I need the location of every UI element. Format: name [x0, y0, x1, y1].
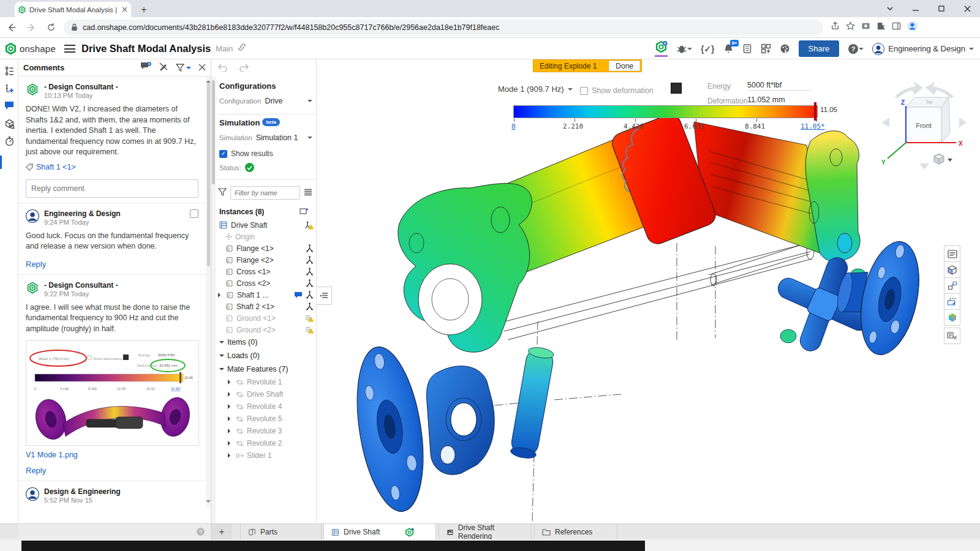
forward-button[interactable]	[23, 20, 39, 36]
colorbar-max-tick[interactable]: 11.05*	[801, 122, 825, 130]
stopwatch-icon[interactable]	[2, 134, 16, 148]
comment-tag-link[interactable]: Shaft 1 <1>	[26, 163, 76, 171]
mode-selector[interactable]: Mode 1 (909.7 Hz)	[498, 84, 573, 94]
doc-tab-drive-shaft[interactable]: Drive Shaft	[323, 524, 436, 540]
display-list-icon[interactable]	[944, 246, 960, 262]
view-cube-menu[interactable]	[934, 154, 952, 164]
section-mate-features[interactable]: Mate Features (7)	[217, 362, 316, 376]
doc-tab-rendering[interactable]: Drive Shaft Rendering	[439, 524, 532, 540]
doc-tab-references[interactable]: References	[534, 524, 617, 540]
mate-row[interactable]: Drive Shaft	[217, 388, 316, 400]
share-link-icon[interactable]	[238, 43, 246, 54]
show-deformation-control[interactable]: Show deformation	[580, 86, 654, 95]
explode-icon[interactable]	[944, 277, 960, 294]
done-button[interactable]: Done	[609, 61, 640, 71]
insert-instance-icon[interactable]	[300, 207, 309, 217]
add-tab-button[interactable]: +	[211, 524, 232, 540]
deformation-value[interactable]: 11.052 mm	[747, 96, 811, 105]
document-menu-icon[interactable]	[64, 45, 75, 53]
mate-row[interactable]: Revolute 2	[217, 437, 316, 449]
tab-help-icon[interactable]: ?	[197, 528, 205, 536]
tree-row-part[interactable]: Shaft 2 <1>	[217, 301, 316, 312]
filter-icon[interactable]	[176, 64, 191, 72]
tab-search-icon[interactable]	[877, 0, 903, 17]
comment-attachment-image[interactable]: Mode 1 (782.5 Hz) Show deformation Energ…	[26, 340, 199, 446]
exploded-cylinder[interactable]	[509, 346, 555, 460]
braces-check-icon[interactable]: {✓}	[701, 44, 715, 54]
reply-link[interactable]: Reply	[26, 260, 46, 269]
share-page-icon[interactable]	[831, 21, 840, 33]
expand-chevron[interactable]	[218, 293, 223, 298]
color-swatch[interactable]	[671, 83, 682, 94]
mate-row[interactable]: Slider 1	[217, 449, 316, 462]
tree-row-suppressed[interactable]: Ground <2>	[217, 324, 316, 335]
omnibox[interactable]: cad.onshape.com/documents/43b281b6e8183d…	[64, 20, 823, 36]
analysis-cube-icon[interactable]	[2, 117, 16, 130]
appearance-icon[interactable]	[944, 309, 960, 326]
configuration-caret[interactable]	[307, 100, 312, 105]
clipboard-icon[interactable]	[742, 43, 752, 54]
named-views-icon[interactable]: ϰ)	[944, 328, 960, 344]
section-items[interactable]: Items (0)	[217, 335, 316, 349]
simulation-app-icon[interactable]	[655, 40, 668, 57]
tree-row-part-expandable[interactable]: Shaft 1 ...	[217, 289, 316, 301]
bookmark-star-icon[interactable]	[846, 21, 855, 33]
exploded-flange-1[interactable]	[347, 342, 433, 516]
tree-row-part[interactable]: Flange <1>	[217, 242, 316, 254]
mate-row[interactable]: Revolute 4	[217, 400, 316, 413]
isometric-cube-icon[interactable]	[944, 261, 960, 278]
mate-row[interactable]: Revolute 1	[217, 376, 316, 388]
tree-row-origin[interactable]: Origin	[217, 231, 316, 242]
insert-icon[interactable]	[2, 81, 16, 95]
tree-row-part[interactable]: Cross <1>	[217, 266, 316, 277]
show-deformation-checkbox[interactable]	[580, 87, 588, 95]
add-comment-icon[interactable]	[140, 62, 151, 73]
section-loads[interactable]: Loads (0)	[217, 349, 316, 362]
new-tab-button[interactable]: +	[136, 4, 152, 16]
colorbar-min-tick[interactable]: 0	[511, 122, 516, 130]
browser-tab[interactable]: Drive Shaft Modal Analysis | Driv	[15, 2, 131, 17]
browser-avatar[interactable]	[907, 21, 918, 34]
bell-icon[interactable]: 9+	[723, 43, 734, 54]
reply-input[interactable]	[26, 179, 198, 198]
tree-row-part[interactable]: Cross <2>	[217, 277, 316, 289]
filter-input[interactable]	[230, 186, 300, 200]
panel-scrollbar[interactable]	[211, 77, 216, 523]
tab-search-bar[interactable]: ?	[18, 524, 211, 540]
back-button[interactable]	[4, 20, 20, 36]
bug-icon[interactable]	[676, 44, 692, 54]
extensions-puzzle-icon[interactable]	[876, 21, 886, 33]
mate-row[interactable]: Revolute 3	[217, 425, 316, 437]
section-view-icon[interactable]	[944, 293, 960, 310]
help-icon[interactable]: ?	[848, 43, 864, 54]
share-button[interactable]: Share	[799, 40, 840, 57]
tree-row-part[interactable]: Flange <2>	[217, 254, 316, 266]
grid-plus-icon[interactable]	[761, 43, 771, 54]
list-view-icon[interactable]	[304, 189, 312, 198]
redo-icon[interactable]	[239, 63, 249, 73]
view-cube[interactable]: Front Top Z X Y	[881, 81, 967, 170]
tree-splitter-handle[interactable]	[317, 287, 332, 305]
filter-funnel-icon[interactable]	[218, 188, 227, 198]
tree-row-suppressed[interactable]: Ground <1>	[217, 312, 316, 324]
version-tree-icon[interactable]	[2, 64, 16, 78]
undo-icon[interactable]	[217, 63, 228, 73]
sidebar-icon[interactable]	[892, 21, 901, 33]
tab-close-icon[interactable]	[122, 7, 127, 12]
tree-row-assembly[interactable]: Drive Shaft	[217, 219, 316, 231]
show-results-checkbox[interactable]	[219, 150, 227, 158]
maximize-button[interactable]	[929, 0, 954, 17]
reply-link[interactable]: Reply	[26, 466, 46, 475]
palette-icon[interactable]	[780, 43, 790, 54]
resolve-pen-icon[interactable]	[159, 62, 168, 73]
doc-tab-parts[interactable]: Parts	[240, 524, 322, 540]
scroll-up-icon[interactable]	[206, 78, 211, 83]
simulation-caret[interactable]	[307, 137, 312, 141]
scroll-down-icon[interactable]	[206, 500, 211, 505]
viewport-3d[interactable]: Front Top Z X Y Editing Explode 1 Done	[317, 59, 980, 523]
configuration-select[interactable]: Drive	[265, 97, 304, 105]
mate-row[interactable]: Revolute 5	[217, 413, 316, 425]
attachment-link[interactable]: V1 Mode 1.png	[26, 451, 78, 459]
extension-screenshot-icon[interactable]	[861, 21, 870, 33]
close-button[interactable]	[954, 0, 980, 17]
